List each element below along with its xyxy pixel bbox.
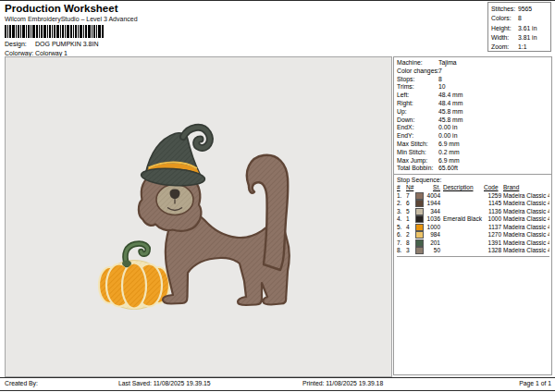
thread-brand: Madeira Classic 40	[503, 208, 549, 216]
machine-info-value: Tajima	[438, 59, 457, 66]
machine-info-row: Max Stitch:6.9 mm	[397, 141, 549, 149]
stop-sequence-row: 4. 1 1036 Emerald Black 1000 Madeira Cla…	[397, 215, 549, 224]
machine-info-value: 0.00 in	[438, 124, 457, 130]
machine-info-value: 6.9 mm	[438, 141, 460, 147]
needle-number: 2	[406, 231, 415, 239]
summary-label: Stitches:	[491, 5, 518, 14]
summary-value: 8	[518, 15, 522, 21]
machine-info-row: Max Jump:6.9 mm	[397, 157, 549, 165]
thread-code: 1145	[484, 200, 503, 208]
machine-info-label: Total Bobbin:	[397, 165, 438, 173]
thread-color-swatch	[415, 247, 424, 254]
machine-info-value: 65.60ft	[438, 165, 458, 171]
col-header-code: Code	[484, 184, 503, 192]
stitch-count: 50	[426, 247, 443, 255]
col-header-num: #	[397, 184, 406, 192]
thread-description: Emerald Black	[443, 215, 484, 224]
machine-info-label: Left:	[397, 92, 438, 100]
thread-color-swatch	[415, 192, 424, 200]
col-header-needle: N#	[406, 184, 415, 192]
summary-row: Colors:8	[491, 14, 550, 23]
stop-number: 4.	[397, 215, 406, 224]
thread-color-swatch	[415, 215, 424, 223]
stop-sequence-title: Stop Sequence:	[397, 176, 549, 184]
machine-info-value: 0.00 in	[438, 132, 457, 139]
needle-number: 6	[406, 200, 415, 208]
production-worksheet-page: Production Worksheet Wilcom EmbroiderySt…	[0, 0, 555, 392]
printed-timestamp: Printed: 11/08/2025 19.39.18	[302, 380, 383, 386]
machine-info-label: EndY:	[397, 132, 438, 141]
summary-row: Width:3.81 in	[491, 33, 550, 43]
barcode	[5, 25, 105, 38]
needle-number: 8	[406, 239, 415, 248]
stitch-count: 984	[426, 231, 443, 239]
stop-sequence-row: 1. 7 4004 1259 Madeira Classic 40	[397, 192, 549, 201]
thread-code: 1259	[484, 192, 503, 201]
needle-number: 5	[406, 208, 415, 216]
needle-number: 1	[406, 215, 415, 224]
created-by-label: Created By:	[5, 380, 38, 386]
machine-info-row: EndY:0.00 in	[397, 132, 549, 141]
summary-label: Width:	[491, 33, 518, 43]
stitch-count: 1036	[426, 215, 443, 224]
pumpkin-figure	[99, 244, 169, 310]
stop-number: 7.	[397, 239, 406, 248]
stitch-count: 4004	[426, 192, 443, 201]
machine-info-list: Machine:Tajima Color changes:7 Stops:8 T…	[394, 57, 551, 174]
machine-info-value: 7	[438, 67, 442, 74]
machine-info-value: 45.8 mm	[438, 116, 462, 123]
summary-row: Zoom:1:1	[491, 43, 550, 52]
machine-info-label: Max Jump:	[397, 157, 438, 165]
stop-sequence-table: 1. 7 4004 1259 Madeira Classic 40 2. 6 1…	[397, 192, 549, 255]
machine-info-label: Stops:	[397, 76, 438, 84]
colorway-value: Colorway 1	[35, 50, 68, 56]
thread-color-swatch	[415, 208, 424, 215]
machine-info-row: Color changes:7	[397, 67, 549, 76]
thread-brand: Madeira Classic 40	[503, 200, 549, 208]
embroidery-design	[6, 57, 391, 376]
design-summary-box: Stitches:9565 Colors:8 Height:3.61 in Wi…	[487, 2, 551, 52]
stop-number: 1.	[397, 192, 406, 201]
machine-info-label: Min Stitch:	[397, 149, 438, 157]
thread-brand: Madeira Classic 40	[503, 224, 549, 232]
thread-code: 1391	[484, 239, 503, 248]
machine-info-label: Color changes:	[397, 67, 438, 76]
thread-code: 1328	[484, 247, 503, 255]
thread-brand: Madeira Classic 40	[503, 247, 549, 255]
summary-label: Height:	[491, 24, 518, 33]
thread-brand: Madeira Classic 40	[503, 192, 549, 201]
machine-info-value: 48.4 mm	[438, 100, 462, 106]
machine-info-row: Right:48.4 mm	[397, 100, 549, 108]
last-saved-timestamp: Last Saved: 11/08/2025 19.39.15	[118, 380, 211, 386]
col-header-stitches: St.	[426, 184, 443, 192]
table-end-rule	[397, 256, 549, 257]
machine-info-row: Total Bobbin:65.60ft	[397, 165, 549, 173]
summary-value: 1:1	[518, 43, 526, 50]
machine-info-label: Right:	[397, 100, 438, 108]
machine-info-row: Left:48.4 mm	[397, 92, 549, 100]
machine-info-row: Machine:Tajima	[397, 59, 549, 67]
stop-number: 6.	[397, 231, 406, 239]
thread-code: 1137	[484, 224, 503, 232]
thread-color-swatch	[415, 200, 424, 207]
needle-number: 7	[406, 192, 415, 201]
col-header-brand: Brand	[503, 184, 549, 192]
summary-row: Height:3.61 in	[491, 24, 550, 33]
stop-number: 3.	[397, 208, 406, 216]
witch-hat	[141, 128, 210, 188]
stop-sequence-header-row: # N# St. Description Code Brand	[397, 184, 549, 192]
thread-color-swatch	[415, 224, 424, 231]
software-name: Wilcom EmbroideryStudio – Level 3 Advanc…	[5, 15, 375, 24]
summary-label: Zoom:	[491, 43, 518, 52]
stop-number: 8.	[397, 247, 406, 255]
machine-info-value: 0.2 mm	[438, 149, 460, 155]
summary-value: 3.61 in	[518, 25, 536, 31]
page-top-rule	[0, 0, 555, 1]
machine-info-row: Down:45.8 mm	[397, 116, 549, 125]
stop-number: 2.	[397, 200, 406, 208]
machine-info-row: Min Stitch:0.2 mm	[397, 149, 549, 157]
stop-sequence-row: 8. 3 50 1328 Madeira Classic 40	[397, 247, 549, 255]
machine-info-label: Machine:	[397, 59, 438, 67]
stop-sequence-row: 5. 4 1000 1137 Madeira Classic 40	[397, 224, 549, 232]
stop-sequence-row: 6. 2 984 1270 Madeira Classic 40	[397, 231, 549, 239]
